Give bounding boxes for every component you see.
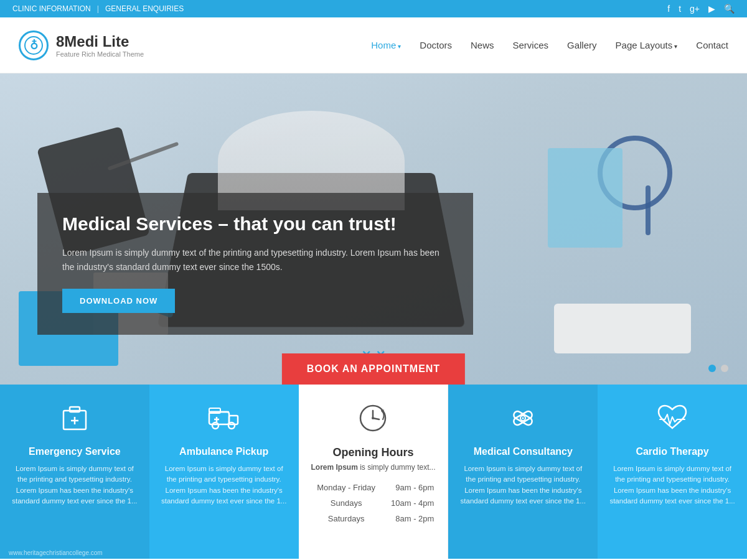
twitter-icon[interactable]: t <box>679 4 681 14</box>
ambulance-desc: Lorem Ipsum is simply dummy text of the … <box>161 464 288 506</box>
slider-dots <box>708 365 728 372</box>
logo-text: 8Medi Lite Feature Rich Medical Theme <box>56 33 144 58</box>
nav-doctors[interactable]: Doctors <box>420 40 452 50</box>
service-emergency: Emergency Service Lorem Ipsum is simply … <box>0 385 149 559</box>
logo-area: ♁ 8Medi Lite Feature Rich Medical Theme <box>19 30 144 60</box>
clinic-info-link[interactable]: CLINIC INFORMATION <box>12 4 91 13</box>
service-consultancy: Medical Consultancy Lorem Ipsum is simpl… <box>448 385 598 559</box>
svg-rect-3 <box>70 407 80 412</box>
bandaid-icon <box>507 402 539 439</box>
svg-point-9 <box>228 422 235 429</box>
hours-row-1: Monday - Friday 9am - 6pm <box>311 480 436 495</box>
download-button[interactable]: DOWNLOAD NOW <box>62 289 175 313</box>
day-3: Saturdays <box>311 511 382 526</box>
main-nav: Home▾ Doctors News Services Gallery Page… <box>371 40 728 50</box>
emergency-icon <box>59 402 91 439</box>
top-bar: CLINIC INFORMATION | GENERAL ENQUIRIES f… <box>0 0 747 17</box>
nav-services[interactable]: Services <box>513 40 549 50</box>
facebook-icon[interactable]: f <box>667 4 670 14</box>
consultancy-desc: Lorem Ipsum is simply dummy text of the … <box>459 464 586 506</box>
opening-intro: Lorem Ipsum is simply dummy text... <box>311 463 435 472</box>
day-2: Sundays <box>311 496 382 510</box>
separator: | <box>97 4 99 13</box>
nav-news[interactable]: News <box>471 40 494 50</box>
time-3: 8am - 2pm <box>383 511 436 526</box>
heartbeat-icon <box>655 402 690 439</box>
ambulance-title: Ambulance Pickup <box>179 446 268 457</box>
nav-page-layouts[interactable]: Page Layouts▾ <box>616 40 678 50</box>
general-enquiries-link[interactable]: GENERAL ENQUIRIES <box>105 4 184 13</box>
day-1: Monday - Friday <box>311 480 382 495</box>
hours-row-3: Saturdays 8am - 2pm <box>311 511 436 526</box>
ambulance-icon <box>207 402 242 439</box>
opening-hours-table: Monday - Friday 9am - 6pm Sundays 10am -… <box>310 479 437 527</box>
time-2: 10am - 4pm <box>383 496 436 510</box>
nav-gallery[interactable]: Gallery <box>567 40 597 50</box>
footer-url: www.heritagechristiancollege.com <box>9 549 103 556</box>
cardio-desc: Lorem Ipsum is simply dummy text of the … <box>609 464 736 506</box>
clock-icon <box>357 402 389 439</box>
top-bar-right: f t g+ ▶ 🔍 <box>667 4 735 14</box>
search-icon[interactable]: 🔍 <box>724 4 735 14</box>
svg-point-22 <box>522 418 524 419</box>
nav-home[interactable]: Home▾ <box>371 40 401 50</box>
appointment-button[interactable]: BOOK AN APPOINTMENT <box>282 353 465 385</box>
slider-dot-2[interactable] <box>721 365 728 372</box>
youtube-icon[interactable]: ▶ <box>708 4 715 14</box>
hero-title: Medical Services – that you can trust! <box>62 212 448 236</box>
emergency-desc: Lorem Ipsum is simply dummy text of the … <box>11 464 138 506</box>
site-tagline: Feature Rich Medical Theme <box>56 50 144 58</box>
hero-description: Lorem Ipsum is simply dummy text of the … <box>62 246 448 274</box>
consultancy-title: Medical Consultancy <box>474 446 573 457</box>
emergency-title: Emergency Service <box>29 446 121 457</box>
opening-hours-title: Opening Hours <box>332 446 413 459</box>
service-cardio: Cardio Therapy Lorem Ipsum is simply dum… <box>598 385 747 559</box>
svg-text:♁: ♁ <box>30 39 38 52</box>
logo-icon: ♁ <box>19 30 49 60</box>
service-opening-hours: Opening Hours Lorem Ipsum is simply dumm… <box>299 385 449 559</box>
header: ♁ 8Medi Lite Feature Rich Medical Theme … <box>0 17 747 73</box>
hero-overlay: Medical Services – that you can trust! L… <box>37 193 473 335</box>
service-ambulance: Ambulance Pickup Lorem Ipsum is simply d… <box>149 385 299 559</box>
nav-contact[interactable]: Contact <box>696 40 728 50</box>
svg-point-8 <box>212 422 218 429</box>
hero-section: Medical Services – that you can trust! L… <box>0 73 747 385</box>
site-name: 8Medi Lite <box>56 33 144 50</box>
cardio-title: Cardio Therapy <box>636 446 708 457</box>
appointment-area: ⌄⌄ BOOK AN APPOINTMENT <box>282 341 465 385</box>
time-1: 9am - 6pm <box>383 480 436 495</box>
top-bar-left: CLINIC INFORMATION | GENERAL ENQUIRIES <box>12 4 184 13</box>
hours-row-2: Sundays 10am - 4pm <box>311 496 436 510</box>
svg-point-17 <box>372 417 374 419</box>
googleplus-icon[interactable]: g+ <box>690 4 700 14</box>
slider-dot-1[interactable] <box>708 365 716 372</box>
services-row: Emergency Service Lorem Ipsum is simply … <box>0 385 747 559</box>
